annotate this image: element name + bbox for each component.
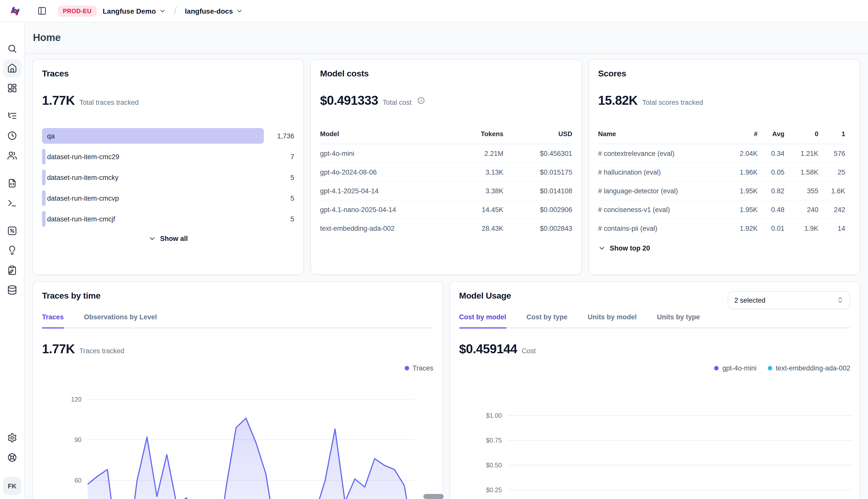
table-cell: 1.9K	[784, 225, 818, 232]
legend-label: Traces	[413, 364, 433, 372]
trace-name-label: dataset-run-item-cmcky	[47, 173, 119, 181]
y-axis-tick-label: 90	[74, 436, 82, 443]
show-top-20-label: Show top 20	[610, 244, 650, 252]
model-filter-select[interactable]: 2 selected	[728, 291, 850, 309]
table-cell: 2.04K	[732, 149, 758, 157]
table-cell: 1.92K	[732, 225, 758, 232]
sidebar-item-playground[interactable]	[3, 194, 21, 212]
table-cell: 242	[818, 206, 845, 213]
list-item[interactable]: dataset-run-item-cmcky5	[42, 170, 294, 185]
sidebar-item-annotation[interactable]	[3, 261, 21, 279]
sidebar-item-scores[interactable]	[3, 222, 21, 240]
cost-metric: $0.459144	[459, 342, 517, 356]
model-usage-card: Model Usage 2 selected Cost by modelCost…	[450, 281, 860, 499]
model-usage-tabs: Cost by modelCost by typeUnits by modelU…	[459, 313, 850, 328]
column-header: Model	[320, 130, 443, 138]
chart-legend: Traces	[42, 364, 433, 372]
sidebar-item-tracing[interactable]	[3, 107, 21, 125]
tab-cost-by-model[interactable]: Cost by model	[459, 313, 506, 328]
cost-metric-label: Cost	[522, 347, 536, 355]
trace-count: 5	[290, 173, 294, 181]
sidebar-item-prompts[interactable]	[3, 174, 21, 192]
legend-item: Traces	[404, 364, 433, 372]
database-icon	[7, 285, 17, 295]
traces-card: Traces 1.77K Total traces tracked qa1,73…	[33, 59, 304, 275]
show-all-label: Show all	[160, 235, 188, 242]
list-item[interactable]: qa1,736	[42, 128, 294, 144]
table-cell: # contextrelevance (eval)	[598, 149, 732, 157]
table-cell: 1.6K	[818, 187, 845, 195]
table-cell: 1.95K	[732, 206, 758, 213]
tab-observations-by-level[interactable]: Observations by Level	[84, 313, 157, 328]
breadcrumb-separator: /	[174, 5, 177, 16]
table-cell: $0.002906	[503, 206, 572, 213]
chevron-down-icon	[236, 7, 243, 14]
sidebar-item-settings[interactable]	[3, 429, 21, 447]
card-title: Traces by time	[42, 291, 433, 301]
column-header: 0	[784, 130, 818, 138]
traces-total-label: Total traces tracked	[79, 99, 139, 106]
show-all-button[interactable]: Show all	[42, 235, 294, 242]
tab-traces[interactable]: Traces	[42, 313, 64, 328]
sidebar-item-evals[interactable]	[3, 241, 21, 260]
table-cell: 28.43K	[443, 225, 503, 232]
legend-item: text-embedding-ada-002	[768, 364, 850, 372]
list-item[interactable]: dataset-run-item-cmc297	[42, 149, 294, 165]
scores-total-metric: 15.82K	[598, 93, 638, 108]
tab-cost-by-type[interactable]: Cost by type	[526, 313, 568, 328]
clock-icon	[7, 131, 17, 141]
table-row: # contextrelevance (eval)2.04K0.341.21K5…	[598, 144, 845, 163]
info-icon[interactable]	[417, 97, 425, 104]
sidebar: FK	[0, 22, 25, 499]
top-bar: PROD-EU Langfuse Demo / langfuse-docs	[0, 0, 868, 22]
tab-units-by-type[interactable]: Units by type	[657, 313, 700, 328]
sidebar-item-users[interactable]	[3, 146, 21, 165]
y-axis-tick-label: 60	[74, 477, 82, 484]
trace-bar	[42, 211, 45, 227]
user-avatar[interactable]: FK	[3, 477, 21, 495]
table-cell: # contains-pii (eval)	[598, 225, 732, 232]
table-cell: 0.05	[758, 168, 784, 176]
table-row: # language-detector (eval)1.95K0.823551.…	[598, 182, 845, 200]
scores-table: Name#Avg01# contextrelevance (eval)2.04K…	[598, 130, 850, 238]
file-code-icon	[7, 178, 17, 188]
sidebar-toggle-button[interactable]	[34, 3, 50, 19]
show-top-20-button[interactable]: Show top 20	[598, 244, 850, 252]
model-costs-label: Total cost	[383, 99, 412, 106]
model-filter-value: 2 selected	[734, 296, 765, 304]
chevron-down-icon	[148, 235, 156, 242]
sidebar-item-support[interactable]	[3, 448, 21, 466]
project-switcher[interactable]: langfuse-docs	[184, 5, 244, 17]
scores-total-label: Total scores tracked	[642, 99, 703, 106]
table-cell: 2.21M	[443, 149, 503, 157]
sidebar-item-home[interactable]	[3, 59, 21, 77]
column-header: #	[732, 130, 758, 138]
org-switcher[interactable]: Langfuse Demo	[102, 5, 167, 17]
sidebar-item-dashboards[interactable]	[3, 79, 21, 97]
sidebar-item-search[interactable]	[3, 39, 21, 58]
table-cell: 1.21K	[784, 149, 818, 157]
org-name: Langfuse Demo	[103, 7, 156, 15]
traces-area-chart: 120906030	[42, 376, 414, 499]
table-cell: $0.456301	[503, 149, 572, 157]
sidebar-item-sessions[interactable]	[3, 126, 21, 145]
model-costs-table: ModelTokensUSDgpt-4o-mini2.21M$0.456301g…	[320, 130, 572, 238]
table-cell: gpt-4.1-2025-04-14	[320, 187, 443, 195]
langfuse-logo[interactable]	[8, 4, 22, 18]
list-item[interactable]: dataset-run-item-cmcjf5	[42, 211, 294, 227]
horizontal-scrollbar-thumb[interactable]	[423, 494, 444, 499]
tab-units-by-model[interactable]: Units by model	[588, 313, 637, 328]
column-header: Name	[598, 130, 732, 138]
card-title: Scores	[598, 69, 850, 79]
table-cell: 25	[818, 168, 845, 176]
legend-dot	[714, 366, 719, 370]
table-cell: $0.014108	[503, 187, 572, 195]
sidebar-item-datasets[interactable]	[3, 281, 21, 299]
y-axis-tick-label: $0.25	[486, 486, 502, 494]
table-cell: 14.45K	[443, 206, 503, 213]
chevron-down-icon	[598, 244, 606, 252]
table-cell: 1.95K	[732, 187, 758, 195]
search-icon	[7, 44, 17, 54]
langfuse-logo-icon	[9, 4, 22, 17]
list-item[interactable]: dataset-run-item-cmcvp5	[42, 190, 294, 206]
